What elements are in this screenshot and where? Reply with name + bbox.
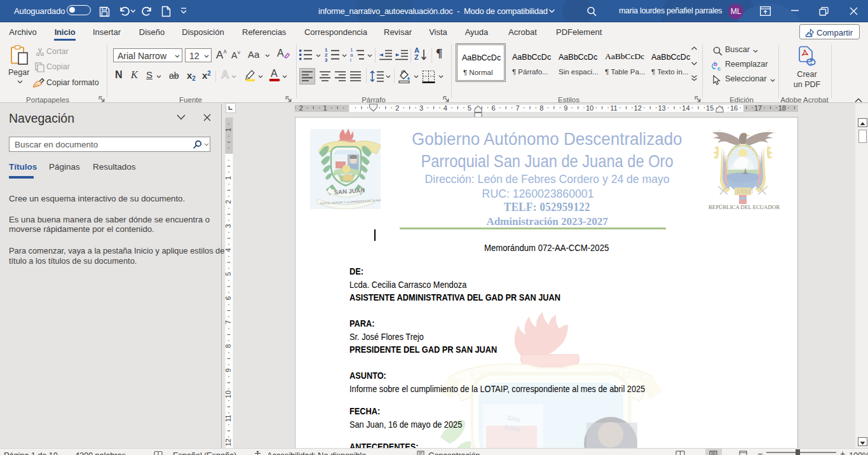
svg-text:10: 10 [586, 104, 593, 112]
svg-text:4: 4 [444, 104, 447, 112]
svg-text:1: 1 [323, 104, 327, 112]
svg-text:6: 6 [225, 296, 232, 300]
svg-text:13: 13 [658, 104, 665, 112]
svg-text:18: 18 [778, 104, 786, 112]
svg-text:10: 10 [225, 390, 232, 398]
svg-text:12: 12 [634, 104, 642, 112]
svg-text:16: 16 [730, 104, 738, 112]
svg-text:8: 8 [225, 344, 232, 348]
svg-text:17: 17 [754, 104, 762, 112]
svg-text:1: 1 [225, 176, 232, 180]
svg-text:9: 9 [564, 104, 567, 112]
svg-text:14: 14 [682, 104, 689, 112]
svg-text:7: 7 [225, 320, 232, 324]
svg-text:c: c [717, 65, 721, 72]
svg-text:2: 2 [225, 200, 232, 204]
svg-text:3: 3 [225, 224, 232, 228]
svg-text:15: 15 [706, 104, 714, 112]
svg-text:1: 1 [225, 128, 232, 132]
svg-text:4: 4 [225, 248, 232, 252]
svg-text:11: 11 [610, 104, 617, 112]
svg-text:5: 5 [225, 272, 232, 276]
svg-text:7: 7 [515, 104, 519, 112]
svg-text:2: 2 [395, 104, 399, 112]
svg-text:8: 8 [539, 104, 543, 112]
svg-text:9: 9 [225, 369, 232, 372]
svg-text:11: 11 [225, 415, 232, 422]
svg-text:2: 2 [299, 104, 303, 112]
svg-text:3: 3 [419, 104, 423, 112]
svg-text:6: 6 [492, 104, 496, 112]
svg-text:5: 5 [468, 104, 471, 112]
svg-text:12: 12 [225, 438, 232, 446]
